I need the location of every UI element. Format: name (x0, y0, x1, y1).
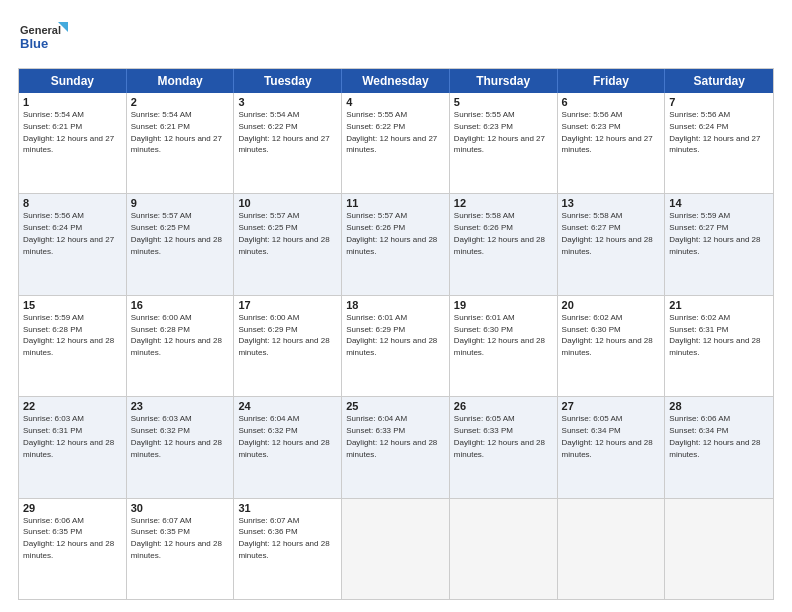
day-number: 23 (131, 400, 230, 412)
cell-info: Sunrise: 5:54 AMSunset: 6:21 PMDaylight:… (23, 110, 114, 154)
day-cell-18: 18 Sunrise: 6:01 AMSunset: 6:29 PMDaylig… (342, 296, 450, 396)
calendar: SundayMondayTuesdayWednesdayThursdayFrid… (18, 68, 774, 600)
day-number: 19 (454, 299, 553, 311)
cell-info: Sunrise: 5:56 AMSunset: 6:24 PMDaylight:… (23, 211, 114, 255)
day-number: 29 (23, 502, 122, 514)
day-cell-15: 15 Sunrise: 5:59 AMSunset: 6:28 PMDaylig… (19, 296, 127, 396)
cell-info: Sunrise: 5:56 AMSunset: 6:24 PMDaylight:… (669, 110, 760, 154)
logo-svg: General Blue (18, 18, 68, 58)
day-number: 4 (346, 96, 445, 108)
cell-info: Sunrise: 6:04 AMSunset: 6:33 PMDaylight:… (346, 414, 437, 458)
cell-info: Sunrise: 5:58 AMSunset: 6:27 PMDaylight:… (562, 211, 653, 255)
cell-info: Sunrise: 5:59 AMSunset: 6:27 PMDaylight:… (669, 211, 760, 255)
cell-info: Sunrise: 6:04 AMSunset: 6:32 PMDaylight:… (238, 414, 329, 458)
day-number: 1 (23, 96, 122, 108)
calendar-row-5: 29 Sunrise: 6:06 AMSunset: 6:35 PMDaylig… (19, 499, 773, 599)
day-number: 3 (238, 96, 337, 108)
header-day-tuesday: Tuesday (234, 69, 342, 93)
day-cell-21: 21 Sunrise: 6:02 AMSunset: 6:31 PMDaylig… (665, 296, 773, 396)
day-number: 14 (669, 197, 769, 209)
header-day-wednesday: Wednesday (342, 69, 450, 93)
day-cell-23: 23 Sunrise: 6:03 AMSunset: 6:32 PMDaylig… (127, 397, 235, 497)
day-cell-25: 25 Sunrise: 6:04 AMSunset: 6:33 PMDaylig… (342, 397, 450, 497)
day-cell-20: 20 Sunrise: 6:02 AMSunset: 6:30 PMDaylig… (558, 296, 666, 396)
svg-text:Blue: Blue (20, 36, 48, 51)
cell-info: Sunrise: 5:54 AMSunset: 6:21 PMDaylight:… (131, 110, 222, 154)
day-cell-6: 6 Sunrise: 5:56 AMSunset: 6:23 PMDayligh… (558, 93, 666, 193)
day-number: 7 (669, 96, 769, 108)
calendar-body: 1 Sunrise: 5:54 AMSunset: 6:21 PMDayligh… (19, 93, 773, 599)
empty-cell (450, 499, 558, 599)
day-cell-12: 12 Sunrise: 5:58 AMSunset: 6:26 PMDaylig… (450, 194, 558, 294)
day-number: 15 (23, 299, 122, 311)
day-cell-27: 27 Sunrise: 6:05 AMSunset: 6:34 PMDaylig… (558, 397, 666, 497)
day-number: 24 (238, 400, 337, 412)
empty-cell (665, 499, 773, 599)
cell-info: Sunrise: 6:05 AMSunset: 6:34 PMDaylight:… (562, 414, 653, 458)
empty-cell (342, 499, 450, 599)
cell-info: Sunrise: 6:00 AMSunset: 6:28 PMDaylight:… (131, 313, 222, 357)
day-number: 27 (562, 400, 661, 412)
day-cell-11: 11 Sunrise: 5:57 AMSunset: 6:26 PMDaylig… (342, 194, 450, 294)
day-cell-3: 3 Sunrise: 5:54 AMSunset: 6:22 PMDayligh… (234, 93, 342, 193)
day-number: 25 (346, 400, 445, 412)
cell-info: Sunrise: 6:05 AMSunset: 6:33 PMDaylight:… (454, 414, 545, 458)
cell-info: Sunrise: 5:58 AMSunset: 6:26 PMDaylight:… (454, 211, 545, 255)
cell-info: Sunrise: 5:55 AMSunset: 6:23 PMDaylight:… (454, 110, 545, 154)
day-number: 2 (131, 96, 230, 108)
day-cell-10: 10 Sunrise: 5:57 AMSunset: 6:25 PMDaylig… (234, 194, 342, 294)
day-cell-19: 19 Sunrise: 6:01 AMSunset: 6:30 PMDaylig… (450, 296, 558, 396)
day-cell-24: 24 Sunrise: 6:04 AMSunset: 6:32 PMDaylig… (234, 397, 342, 497)
cell-info: Sunrise: 5:56 AMSunset: 6:23 PMDaylight:… (562, 110, 653, 154)
day-cell-4: 4 Sunrise: 5:55 AMSunset: 6:22 PMDayligh… (342, 93, 450, 193)
calendar-header: SundayMondayTuesdayWednesdayThursdayFrid… (19, 69, 773, 93)
day-cell-26: 26 Sunrise: 6:05 AMSunset: 6:33 PMDaylig… (450, 397, 558, 497)
cell-info: Sunrise: 5:57 AMSunset: 6:26 PMDaylight:… (346, 211, 437, 255)
day-number: 11 (346, 197, 445, 209)
day-cell-16: 16 Sunrise: 6:00 AMSunset: 6:28 PMDaylig… (127, 296, 235, 396)
empty-cell (558, 499, 666, 599)
svg-text:General: General (20, 24, 61, 36)
day-number: 22 (23, 400, 122, 412)
header-day-sunday: Sunday (19, 69, 127, 93)
cell-info: Sunrise: 6:03 AMSunset: 6:31 PMDaylight:… (23, 414, 114, 458)
cell-info: Sunrise: 6:06 AMSunset: 6:35 PMDaylight:… (23, 516, 114, 560)
day-cell-1: 1 Sunrise: 5:54 AMSunset: 6:21 PMDayligh… (19, 93, 127, 193)
logo: General Blue (18, 18, 68, 58)
day-cell-17: 17 Sunrise: 6:00 AMSunset: 6:29 PMDaylig… (234, 296, 342, 396)
cell-info: Sunrise: 6:07 AMSunset: 6:35 PMDaylight:… (131, 516, 222, 560)
day-number: 9 (131, 197, 230, 209)
day-number: 28 (669, 400, 769, 412)
day-cell-31: 31 Sunrise: 6:07 AMSunset: 6:36 PMDaylig… (234, 499, 342, 599)
day-cell-14: 14 Sunrise: 5:59 AMSunset: 6:27 PMDaylig… (665, 194, 773, 294)
day-number: 30 (131, 502, 230, 514)
day-cell-2: 2 Sunrise: 5:54 AMSunset: 6:21 PMDayligh… (127, 93, 235, 193)
cell-info: Sunrise: 6:00 AMSunset: 6:29 PMDaylight:… (238, 313, 329, 357)
day-number: 5 (454, 96, 553, 108)
day-cell-13: 13 Sunrise: 5:58 AMSunset: 6:27 PMDaylig… (558, 194, 666, 294)
calendar-row-3: 15 Sunrise: 5:59 AMSunset: 6:28 PMDaylig… (19, 296, 773, 397)
day-cell-5: 5 Sunrise: 5:55 AMSunset: 6:23 PMDayligh… (450, 93, 558, 193)
day-number: 8 (23, 197, 122, 209)
day-number: 20 (562, 299, 661, 311)
cell-info: Sunrise: 6:01 AMSunset: 6:30 PMDaylight:… (454, 313, 545, 357)
day-number: 16 (131, 299, 230, 311)
day-number: 21 (669, 299, 769, 311)
day-cell-29: 29 Sunrise: 6:06 AMSunset: 6:35 PMDaylig… (19, 499, 127, 599)
day-cell-22: 22 Sunrise: 6:03 AMSunset: 6:31 PMDaylig… (19, 397, 127, 497)
calendar-row-2: 8 Sunrise: 5:56 AMSunset: 6:24 PMDayligh… (19, 194, 773, 295)
calendar-row-4: 22 Sunrise: 6:03 AMSunset: 6:31 PMDaylig… (19, 397, 773, 498)
header-day-saturday: Saturday (665, 69, 773, 93)
header-day-friday: Friday (558, 69, 666, 93)
calendar-row-1: 1 Sunrise: 5:54 AMSunset: 6:21 PMDayligh… (19, 93, 773, 194)
cell-info: Sunrise: 6:06 AMSunset: 6:34 PMDaylight:… (669, 414, 760, 458)
cell-info: Sunrise: 6:02 AMSunset: 6:31 PMDaylight:… (669, 313, 760, 357)
day-cell-28: 28 Sunrise: 6:06 AMSunset: 6:34 PMDaylig… (665, 397, 773, 497)
header-day-monday: Monday (127, 69, 235, 93)
cell-info: Sunrise: 5:59 AMSunset: 6:28 PMDaylight:… (23, 313, 114, 357)
cell-info: Sunrise: 6:01 AMSunset: 6:29 PMDaylight:… (346, 313, 437, 357)
day-number: 12 (454, 197, 553, 209)
cell-info: Sunrise: 5:55 AMSunset: 6:22 PMDaylight:… (346, 110, 437, 154)
day-number: 31 (238, 502, 337, 514)
day-cell-30: 30 Sunrise: 6:07 AMSunset: 6:35 PMDaylig… (127, 499, 235, 599)
